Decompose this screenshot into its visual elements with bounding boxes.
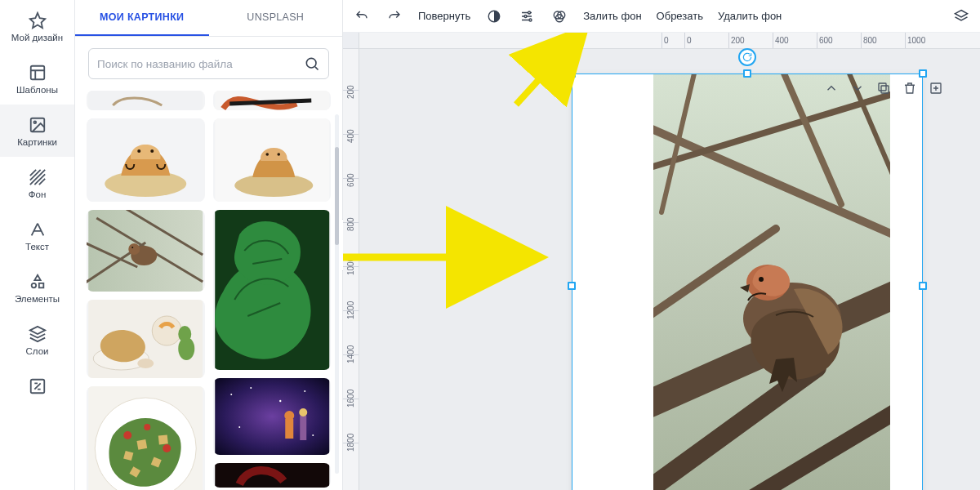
redo-button[interactable] bbox=[385, 7, 403, 25]
undo-button[interactable] bbox=[353, 7, 371, 25]
nav-text[interactable]: Текст bbox=[0, 209, 74, 261]
selection-box[interactable] bbox=[572, 74, 923, 490]
duplicate-button[interactable] bbox=[875, 80, 892, 96]
tab-unsplash[interactable]: UNSPLASH bbox=[209, 0, 343, 36]
svg-point-15 bbox=[265, 153, 269, 156]
svg-point-20 bbox=[131, 247, 133, 248]
rotate-button[interactable]: Повернуть bbox=[418, 10, 470, 22]
trash-icon bbox=[902, 81, 917, 96]
nav-templates[interactable]: Шаблоны bbox=[0, 52, 74, 105]
gallery-thumb[interactable] bbox=[213, 118, 332, 202]
search-box[interactable] bbox=[88, 48, 329, 79]
svg-point-35 bbox=[163, 444, 171, 452]
contrast-button[interactable] bbox=[485, 7, 503, 25]
layer-up-button[interactable] bbox=[823, 80, 840, 96]
gallery-thumb[interactable] bbox=[87, 300, 205, 378]
svg-point-19 bbox=[128, 243, 140, 255]
hatch-icon bbox=[29, 168, 47, 186]
ruler-vertical: 20040060080010001200140016001800 bbox=[343, 49, 359, 490]
contrast-icon bbox=[487, 9, 501, 24]
svg-point-45 bbox=[312, 434, 314, 436]
search-icon bbox=[304, 56, 320, 72]
adjust-button[interactable] bbox=[518, 7, 536, 25]
image-gallery[interactable] bbox=[75, 86, 342, 490]
redo-icon bbox=[387, 9, 402, 24]
more-button[interactable] bbox=[928, 80, 944, 96]
delete-button[interactable] bbox=[902, 80, 918, 96]
nav-label: Мой дизайн bbox=[11, 33, 63, 42]
resize-icon bbox=[29, 377, 47, 395]
nav-label: Слои bbox=[26, 346, 49, 356]
nav-label: Шаблоны bbox=[16, 85, 58, 95]
svg-point-54 bbox=[529, 19, 532, 21]
svg-rect-4 bbox=[38, 283, 43, 288]
gallery-thumb[interactable] bbox=[87, 386, 205, 490]
text-icon bbox=[29, 220, 47, 238]
layers-icon bbox=[953, 8, 969, 24]
editor-stage: Повернуть Залить фон Обрезать Удалить фо… bbox=[343, 0, 980, 490]
nav-layers[interactable]: Слои bbox=[0, 314, 74, 366]
ruler-horizontal: 002004006008001000 bbox=[359, 33, 980, 49]
svg-rect-0 bbox=[30, 66, 44, 80]
chevron-up-icon bbox=[824, 81, 839, 96]
nav-my-design[interactable]: Мой дизайн bbox=[0, 0, 74, 52]
resize-handle-ne[interactable] bbox=[919, 69, 927, 78]
tab-my-images[interactable]: МОИ КАРТИНКИ bbox=[75, 0, 209, 36]
resize-handle-w[interactable] bbox=[568, 282, 576, 290]
layers-icon bbox=[29, 325, 47, 343]
svg-rect-32 bbox=[158, 434, 168, 444]
gallery-thumb[interactable] bbox=[87, 118, 205, 202]
panel-tabs: МОИ КАРТИНКИ UNSPLASH bbox=[75, 0, 342, 37]
gallery-thumb[interactable] bbox=[213, 91, 332, 110]
nav-background[interactable]: Фон bbox=[0, 157, 74, 209]
sliders-icon bbox=[519, 9, 534, 24]
plus-box-icon bbox=[929, 81, 943, 96]
layers-top-button[interactable] bbox=[952, 7, 970, 25]
panel-scrollbar[interactable] bbox=[335, 114, 339, 474]
svg-point-34 bbox=[123, 431, 131, 439]
rotate-handle[interactable] bbox=[738, 48, 756, 66]
nav-label: Картинки bbox=[17, 137, 57, 147]
shapes-icon bbox=[29, 273, 47, 291]
crop-button[interactable]: Обрезать bbox=[657, 10, 703, 22]
gallery-thumb[interactable] bbox=[87, 210, 205, 292]
svg-point-52 bbox=[528, 11, 531, 14]
resize-handle-nw[interactable] bbox=[568, 69, 576, 78]
svg-point-2 bbox=[33, 121, 36, 123]
filters-button[interactable] bbox=[550, 7, 568, 25]
svg-point-23 bbox=[152, 316, 181, 345]
templates-icon bbox=[29, 64, 47, 82]
nav-label: Фон bbox=[29, 189, 47, 199]
svg-point-41 bbox=[279, 400, 281, 402]
gallery-thumb[interactable] bbox=[87, 91, 205, 110]
left-nav-rail: Мой дизайн Шаблоны Картинки Фон Текст Эл… bbox=[0, 0, 75, 490]
gallery-thumb[interactable] bbox=[213, 463, 332, 488]
svg-rect-62 bbox=[881, 86, 889, 93]
undo-icon bbox=[354, 9, 369, 24]
chevron-down-icon bbox=[850, 81, 865, 96]
svg-point-14 bbox=[234, 174, 313, 197]
svg-point-12 bbox=[150, 149, 154, 153]
svg-point-42 bbox=[304, 390, 305, 392]
remove-bg-button[interactable]: Удалить фон bbox=[718, 10, 782, 22]
svg-point-47 bbox=[284, 411, 294, 421]
svg-point-25 bbox=[178, 326, 191, 342]
svg-point-36 bbox=[144, 424, 150, 430]
rotate-icon bbox=[742, 51, 753, 63]
search-input[interactable] bbox=[97, 58, 304, 70]
canvas-zone[interactable]: 002004006008001000 200400600800100012001… bbox=[343, 33, 980, 490]
resize-handle-e[interactable] bbox=[919, 282, 927, 290]
gallery-thumb[interactable] bbox=[213, 210, 332, 370]
nav-resize[interactable] bbox=[0, 366, 74, 405]
annotation-arrow bbox=[343, 229, 550, 286]
svg-rect-30 bbox=[136, 439, 147, 450]
fill-bg-button[interactable]: Залить фон bbox=[583, 10, 641, 22]
svg-rect-7 bbox=[88, 91, 203, 110]
nav-images[interactable]: Картинки bbox=[0, 105, 74, 157]
svg-rect-38 bbox=[215, 378, 329, 455]
svg-point-40 bbox=[250, 387, 252, 389]
resize-handle-n[interactable] bbox=[743, 69, 751, 78]
gallery-thumb[interactable] bbox=[213, 378, 332, 455]
nav-elements[interactable]: Элементы bbox=[0, 261, 74, 314]
layer-down-button[interactable] bbox=[849, 80, 866, 96]
